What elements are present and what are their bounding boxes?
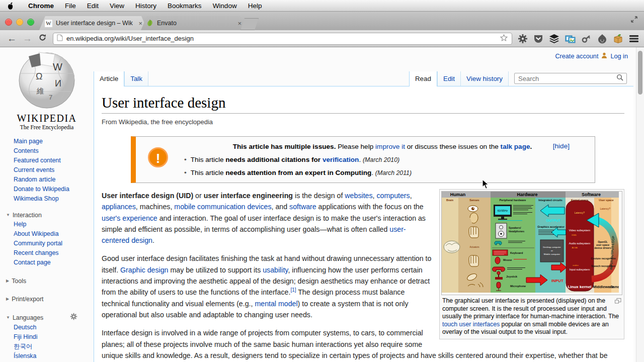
search-icon[interactable] xyxy=(616,74,623,83)
languages-gear-icon[interactable] xyxy=(70,313,77,323)
address-bar[interactable]: en.wikipedia.org/wiki/User_interface_des… xyxy=(53,33,512,45)
sidebar-section-interaction[interactable]: ▼ Interaction xyxy=(0,211,91,220)
tab-view-history[interactable]: View history xyxy=(460,71,509,86)
article-link[interactable]: Graphic design xyxy=(120,266,168,274)
gear-extension-icon[interactable] xyxy=(518,34,528,44)
sidebar-link[interactable]: Donate to Wikipedia xyxy=(0,185,91,194)
language-link[interactable]: Íslenska xyxy=(0,351,91,361)
tab-article[interactable]: Article xyxy=(94,71,124,86)
diagram-label: Actuators xyxy=(469,246,479,248)
sidebar-link[interactable]: Recent changes xyxy=(0,248,91,258)
menu-item[interactable]: Edit xyxy=(82,2,104,10)
reload-button[interactable] xyxy=(38,33,47,44)
sidebar-section-languages[interactable]: ▼ Languages xyxy=(0,313,91,323)
diagram-label: Graphics accelerator xyxy=(537,225,565,228)
menu-hamburger-icon[interactable] xyxy=(629,35,639,43)
article-link[interactable]: websites xyxy=(345,192,372,200)
tab-strip: W User interface design – Wik × Envato × xyxy=(0,12,644,30)
minimize-window-button[interactable] xyxy=(16,19,23,26)
tab-close-icon[interactable]: × xyxy=(138,20,142,27)
diagram-label: Game xyxy=(610,285,619,289)
wikipedia-globe: W Ω И 維 7 xyxy=(17,49,77,110)
sidebar-link[interactable]: Current events xyxy=(0,165,91,175)
language-link[interactable]: Fiji Hindi xyxy=(0,332,91,342)
sidebar-link[interactable]: Featured content xyxy=(0,156,91,165)
article-link[interactable]: verification xyxy=(323,156,359,163)
article-link[interactable]: talk page xyxy=(501,143,530,150)
sidebar-link[interactable]: Main page xyxy=(0,137,91,146)
diagram-label: Mouse xyxy=(503,258,512,261)
diagram-label: Microphone xyxy=(510,285,526,288)
article-link[interactable]: mental model xyxy=(255,300,297,308)
search-box[interactable] xyxy=(514,73,627,84)
ui-architecture-diagram: Human Hardware Software Brain Senses Per… xyxy=(442,192,619,293)
back-button[interactable]: ← xyxy=(7,34,17,43)
url-text[interactable]: en.wikipedia.org/wiki/User_interface_des… xyxy=(66,35,496,42)
envato-leaf-icon xyxy=(146,19,154,28)
language-link[interactable]: Deutsch xyxy=(0,323,91,332)
sidebar-link[interactable]: Random article xyxy=(0,175,91,185)
tab-wikipedia[interactable]: W User interface design – Wik × xyxy=(39,16,147,30)
key-extension-icon[interactable] xyxy=(581,34,592,44)
menu-item[interactable]: Bookmarks xyxy=(162,2,207,10)
face-extension-icon[interactable] xyxy=(597,34,607,44)
menu-item[interactable]: View xyxy=(104,2,130,10)
close-window-button[interactable] xyxy=(5,19,12,26)
tab-close-icon[interactable]: × xyxy=(237,20,242,27)
article-link[interactable]: usability xyxy=(263,266,288,274)
bookmark-star-icon[interactable] xyxy=(500,34,508,43)
diagram-header-software: Software xyxy=(582,192,601,197)
article-link[interactable]: computers xyxy=(376,192,410,200)
forward-button[interactable]: → xyxy=(23,34,32,43)
text-segment: user interface engineering xyxy=(204,192,293,200)
article-link[interactable]: user's experience xyxy=(102,214,157,222)
zoom-window-button[interactable] xyxy=(27,19,34,26)
sidebar-link[interactable]: Help xyxy=(0,220,91,229)
article-link[interactable]: touch user interfaces xyxy=(442,321,500,328)
page-icon[interactable] xyxy=(57,34,63,43)
sidebar-link[interactable]: Wikimedia Shop xyxy=(0,194,91,204)
photos-extension-icon[interactable] xyxy=(565,34,576,44)
sidebar-link[interactable]: Contact page xyxy=(0,258,91,267)
log-in-link[interactable]: Log in xyxy=(610,53,628,60)
page-scrollbar[interactable] xyxy=(636,47,644,362)
search-input[interactable] xyxy=(515,75,616,82)
apple-icon[interactable] xyxy=(7,2,14,10)
article-link[interactable]: software xyxy=(289,203,316,211)
sidebar-link[interactable]: Community portal xyxy=(0,239,91,248)
sidebar-section-tools[interactable]: ▶ Tools xyxy=(0,277,91,286)
new-tab-button[interactable] xyxy=(240,18,259,30)
chevron-down-icon: ▼ xyxy=(6,211,10,220)
create-account-link[interactable]: Create account xyxy=(555,53,598,60)
hide-link[interactable]: [hide] xyxy=(553,142,570,150)
sidebar-link[interactable]: About Wikipedia xyxy=(0,229,91,239)
wikipedia-logo[interactable]: W Ω И 維 7 WIKIPEDIA The Free Encyclopedi… xyxy=(7,49,87,130)
article-link[interactable]: improve it xyxy=(375,143,405,150)
personal-links: Create account Log in xyxy=(555,52,628,60)
tab-edit[interactable]: Edit xyxy=(437,71,460,86)
diagram-label: Latency? xyxy=(575,211,585,214)
tab-read[interactable]: Read xyxy=(409,71,437,86)
tab-envato[interactable]: Envato × xyxy=(141,16,247,30)
tab-talk[interactable]: Talk xyxy=(124,71,148,86)
pocket-extension-icon[interactable] xyxy=(533,34,543,44)
citation-ref[interactable]: [1] xyxy=(290,288,296,293)
box-extension-icon[interactable] xyxy=(613,34,623,44)
diagram-image[interactable]: Human Hardware Software Brain Senses Per… xyxy=(441,191,622,295)
menu-item[interactable]: Chrome xyxy=(23,2,59,10)
layers-extension-icon[interactable] xyxy=(549,34,559,44)
sidebar-link[interactable]: Contents xyxy=(0,146,91,156)
figure-thumbnail[interactable]: Human Hardware Software Brain Senses Per… xyxy=(439,189,624,339)
fullscreen-icon[interactable] xyxy=(630,16,638,25)
magnify-icon[interactable] xyxy=(615,298,621,306)
scrollbar-thumb[interactable] xyxy=(638,51,642,95)
menu-item[interactable]: History xyxy=(130,2,162,10)
menu-item[interactable]: Window xyxy=(207,2,243,10)
menu-item[interactable]: Help xyxy=(243,2,268,10)
diagram-label: ALSA xyxy=(572,246,577,249)
menu-item[interactable]: File xyxy=(59,2,82,10)
article-link[interactable]: mobile communication devices xyxy=(174,203,271,211)
language-link[interactable]: 한국어 xyxy=(0,342,91,351)
article-link[interactable]: appliances xyxy=(102,203,136,211)
sidebar-section-print[interactable]: ▶ Print/export xyxy=(0,295,91,304)
